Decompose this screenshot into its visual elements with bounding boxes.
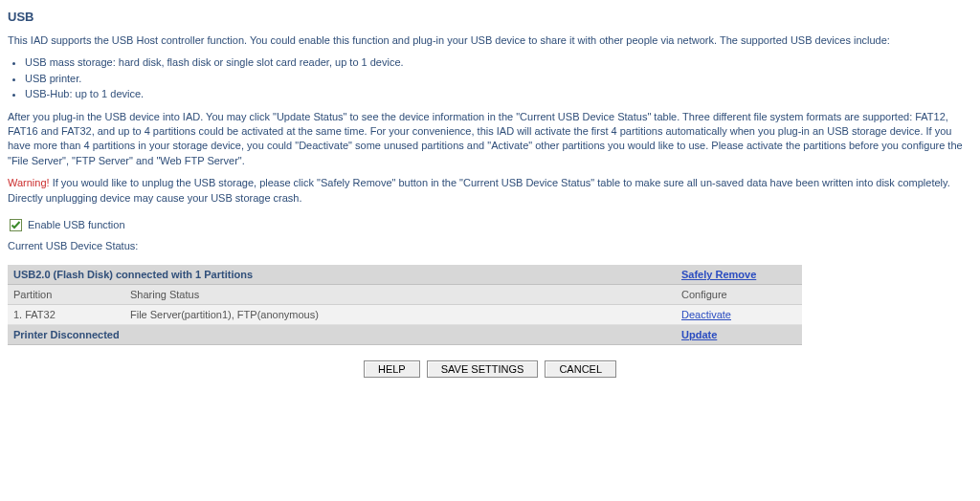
cell-partition: 1. FAT32 — [8, 305, 124, 325]
list-item: USB-Hub: up to 1 device. — [25, 87, 972, 101]
list-item: USB mass storage: hard disk, flash disk … — [25, 55, 972, 70]
cancel-button[interactable]: CANCEL — [545, 360, 616, 378]
button-row: HELP SAVE SETTINGS CANCEL — [8, 360, 972, 378]
safely-remove-link[interactable]: Safely Remove — [681, 269, 756, 280]
printer-header-row: Printer Disconnected Update — [8, 325, 802, 345]
supported-list: USB mass storage: hard disk, flash disk … — [25, 55, 972, 101]
usb-status-table: USB2.0 (Flash Disk) connected with 1 Par… — [8, 265, 802, 345]
deactivate-link[interactable]: Deactivate — [681, 309, 731, 320]
col-configure: Configure — [676, 285, 802, 305]
status-heading: Current USB Device Status: — [8, 239, 972, 253]
col-partition: Partition — [8, 285, 124, 305]
enable-usb-checkbox[interactable] — [10, 219, 22, 231]
save-button[interactable]: SAVE SETTINGS — [427, 360, 539, 378]
device-header-text: USB2.0 (Flash Disk) connected with 1 Par… — [13, 269, 253, 280]
warning-text: Warning! If you would like to unplug the… — [8, 176, 972, 206]
help-button[interactable]: HELP — [364, 360, 420, 378]
enable-usb-label: Enable USB function — [28, 219, 125, 230]
intro-text: This IAD supports the USB Host controlle… — [8, 33, 972, 48]
update-link[interactable]: Update — [681, 329, 717, 340]
page-title: USB — [8, 10, 972, 24]
col-sharing: Sharing Status — [124, 285, 676, 305]
column-header-row: Partition Sharing Status Configure — [8, 285, 802, 305]
table-row: 1. FAT32 File Server(partition1), FTP(an… — [8, 305, 802, 325]
warning-label: Warning! — [8, 177, 50, 188]
list-item: USB printer. — [25, 72, 972, 86]
device-header-row: USB2.0 (Flash Disk) connected with 1 Par… — [8, 265, 802, 285]
instructions-text: After you plug-in the USB device into IA… — [8, 110, 972, 169]
cell-sharing: File Server(partition1), FTP(anonymous) — [124, 305, 676, 325]
warning-body: If you would like to unplug the USB stor… — [8, 177, 950, 203]
printer-header-text: Printer Disconnected — [13, 329, 120, 340]
